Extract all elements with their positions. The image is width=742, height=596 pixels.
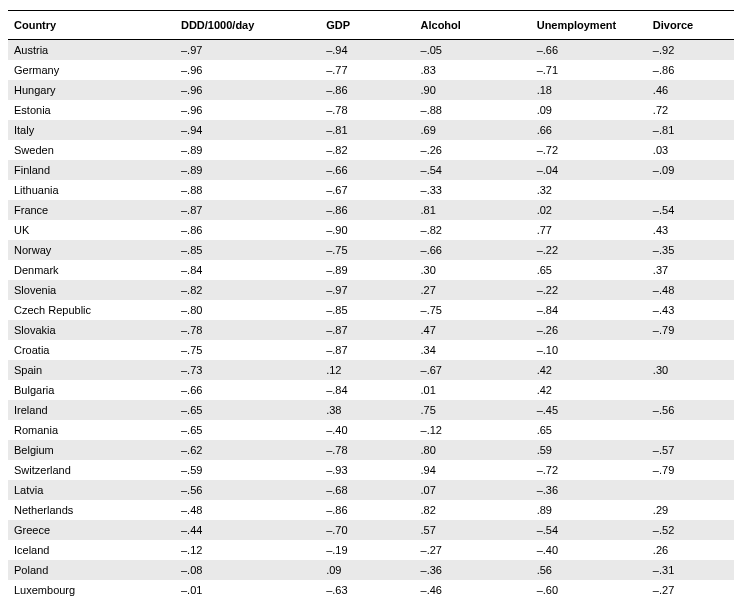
table-row: Denmark–.84–.89.30.65.37 bbox=[8, 260, 734, 280]
table-row: Romania–.65–.40–.12.65 bbox=[8, 420, 734, 440]
cell-ddd: –.62 bbox=[175, 440, 320, 460]
cell-divorce: .30 bbox=[647, 360, 734, 380]
cell-country: Bulgaria bbox=[8, 380, 175, 400]
col-header-divorce: Divorce bbox=[647, 11, 734, 40]
cell-ddd: –.08 bbox=[175, 560, 320, 580]
cell-divorce: –.48 bbox=[647, 280, 734, 300]
cell-country: Netherlands bbox=[8, 500, 175, 520]
cell-divorce: –.86 bbox=[647, 60, 734, 80]
cell-divorce: –.35 bbox=[647, 240, 734, 260]
cell-divorce: –.79 bbox=[647, 320, 734, 340]
cell-unemployment: –.22 bbox=[531, 240, 647, 260]
cell-unemployment: –.26 bbox=[531, 320, 647, 340]
cell-country: Lithuania bbox=[8, 180, 175, 200]
table-row: Hungary–.96–.86.90.18.46 bbox=[8, 80, 734, 100]
cell-ddd: –.97 bbox=[175, 40, 320, 61]
cell-ddd: –.89 bbox=[175, 140, 320, 160]
cell-alcohol: .94 bbox=[415, 460, 531, 480]
cell-unemployment: .32 bbox=[531, 180, 647, 200]
col-header-unemployment: Unemployment bbox=[531, 11, 647, 40]
cell-unemployment: –.04 bbox=[531, 160, 647, 180]
cell-ddd: –.84 bbox=[175, 260, 320, 280]
cell-unemployment: –.54 bbox=[531, 520, 647, 540]
col-header-country: Country bbox=[8, 11, 175, 40]
cell-unemployment: .65 bbox=[531, 260, 647, 280]
cell-ddd: –.12 bbox=[175, 540, 320, 560]
table-row: Latvia–.56–.68.07–.36 bbox=[8, 480, 734, 500]
table-row: Lithuania–.88–.67–.33.32 bbox=[8, 180, 734, 200]
cell-gdp: –.90 bbox=[320, 220, 414, 240]
table-row: Italy–.94–.81.69.66–.81 bbox=[8, 120, 734, 140]
cell-gdp: –.94 bbox=[320, 40, 414, 61]
cell-country: Ireland bbox=[8, 400, 175, 420]
cell-unemployment: –.45 bbox=[531, 400, 647, 420]
cell-divorce bbox=[647, 420, 734, 440]
cell-divorce: .26 bbox=[647, 540, 734, 560]
cell-gdp: –.87 bbox=[320, 340, 414, 360]
col-header-alcohol: Alcohol bbox=[415, 11, 531, 40]
cell-ddd: –.96 bbox=[175, 80, 320, 100]
cell-country: Austria bbox=[8, 40, 175, 61]
cell-country: Switzerland bbox=[8, 460, 175, 480]
cell-unemployment: –.22 bbox=[531, 280, 647, 300]
table-row: Spain–.73.12–.67.42.30 bbox=[8, 360, 734, 380]
table-row: Estonia–.96–.78–.88.09.72 bbox=[8, 100, 734, 120]
cell-divorce: –.56 bbox=[647, 400, 734, 420]
cell-divorce: .03 bbox=[647, 140, 734, 160]
cell-alcohol: .69 bbox=[415, 120, 531, 140]
cell-ddd: –.59 bbox=[175, 460, 320, 480]
cell-country: Spain bbox=[8, 360, 175, 380]
cell-country: Finland bbox=[8, 160, 175, 180]
cell-divorce: –.27 bbox=[647, 580, 734, 596]
cell-gdp: .38 bbox=[320, 400, 414, 420]
cell-unemployment: .77 bbox=[531, 220, 647, 240]
table-row: Greece–.44–.70.57–.54–.52 bbox=[8, 520, 734, 540]
cell-gdp: –.97 bbox=[320, 280, 414, 300]
cell-gdp: –.78 bbox=[320, 440, 414, 460]
cell-alcohol: .82 bbox=[415, 500, 531, 520]
cell-ddd: –.78 bbox=[175, 320, 320, 340]
cell-alcohol: .81 bbox=[415, 200, 531, 220]
cell-unemployment: –.66 bbox=[531, 40, 647, 61]
cell-gdp: –.84 bbox=[320, 380, 414, 400]
cell-country: UK bbox=[8, 220, 175, 240]
cell-ddd: –.75 bbox=[175, 340, 320, 360]
cell-alcohol: .47 bbox=[415, 320, 531, 340]
table-row: Croatia–.75–.87.34–.10 bbox=[8, 340, 734, 360]
cell-country: Norway bbox=[8, 240, 175, 260]
cell-alcohol: –.88 bbox=[415, 100, 531, 120]
cell-divorce: .29 bbox=[647, 500, 734, 520]
cell-country: Hungary bbox=[8, 80, 175, 100]
cell-divorce bbox=[647, 180, 734, 200]
cell-alcohol: –.36 bbox=[415, 560, 531, 580]
cell-alcohol: .27 bbox=[415, 280, 531, 300]
cell-divorce: –.79 bbox=[647, 460, 734, 480]
cell-ddd: –.65 bbox=[175, 420, 320, 440]
table-row: UK–.86–.90–.82.77.43 bbox=[8, 220, 734, 240]
cell-ddd: –.73 bbox=[175, 360, 320, 380]
cell-alcohol: –.67 bbox=[415, 360, 531, 380]
cell-alcohol: –.82 bbox=[415, 220, 531, 240]
table-row: Norway–.85–.75–.66–.22–.35 bbox=[8, 240, 734, 260]
cell-gdp: –.93 bbox=[320, 460, 414, 480]
table-row: France–.87–.86.81.02–.54 bbox=[8, 200, 734, 220]
cell-alcohol: –.75 bbox=[415, 300, 531, 320]
cell-gdp: –.19 bbox=[320, 540, 414, 560]
cell-ddd: –.82 bbox=[175, 280, 320, 300]
cell-alcohol: .01 bbox=[415, 380, 531, 400]
cell-ddd: –.96 bbox=[175, 100, 320, 120]
cell-alcohol: .30 bbox=[415, 260, 531, 280]
cell-divorce bbox=[647, 380, 734, 400]
cell-ddd: –.86 bbox=[175, 220, 320, 240]
cell-gdp: –.86 bbox=[320, 200, 414, 220]
table-row: Switzerland–.59–.93.94–.72–.79 bbox=[8, 460, 734, 480]
cell-divorce bbox=[647, 480, 734, 500]
cell-unemployment: –.40 bbox=[531, 540, 647, 560]
cell-country: Slovakia bbox=[8, 320, 175, 340]
table-body: Austria–.97–.94–.05–.66–.92Germany–.96–.… bbox=[8, 40, 734, 597]
cell-unemployment: .65 bbox=[531, 420, 647, 440]
cell-gdp: –.89 bbox=[320, 260, 414, 280]
cell-unemployment: .42 bbox=[531, 380, 647, 400]
cell-country: Germany bbox=[8, 60, 175, 80]
cell-country: Sweden bbox=[8, 140, 175, 160]
